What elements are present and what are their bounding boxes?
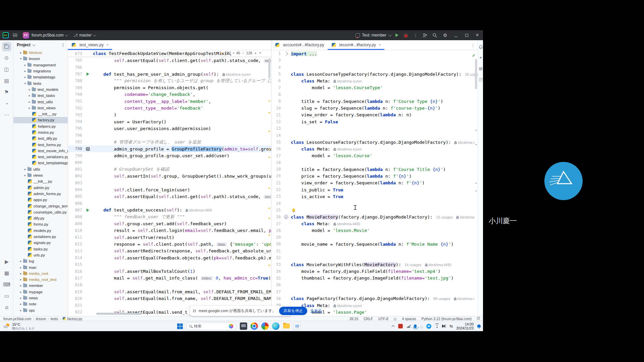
run-configuration-selector[interactable]: Test: member: [356, 33, 391, 38]
onedrive-paused-icon[interactable]: ☁: [406, 324, 411, 328]
tree-chevron-icon[interactable]: ▸: [23, 63, 27, 67]
code-line[interactable]: 9 title = factory.Sequence(lambda n: f'C…: [271, 98, 478, 105]
debug-button[interactable]: 🐞: [403, 33, 409, 38]
tree-item-test-utils[interactable]: ▸test_utils: [13, 99, 68, 105]
panel-options-icon[interactable]: ⋮: [61, 43, 65, 47]
search-icon[interactable]: [432, 33, 437, 38]
code-line[interactable]: 36: [271, 282, 478, 288]
close-icon[interactable]: ×: [106, 43, 109, 47]
code-line[interactable]: 14: [271, 132, 478, 139]
tree-chevron-icon[interactable]: ▸: [23, 75, 27, 79]
tree-item-coursetype-utils-py[interactable]: coursetype_utils.py: [13, 209, 68, 215]
tree-item--init-py[interactable]: __init__.py: [13, 178, 68, 184]
wifi-icon[interactable]: [435, 324, 439, 328]
notifications-bell-icon[interactable]: [478, 43, 483, 51]
tree-item-test-movie-info-utils-py[interactable]: test_movie_info_utils.py: [13, 148, 68, 154]
window-maximize-button[interactable]: [464, 33, 470, 38]
file-explorer-icon[interactable]: [283, 322, 290, 330]
code-line[interactable]: 819 self.assertEqual(mail.from_email, se…: [68, 288, 271, 295]
breadcrumb[interactable]: forum.pc5bai.com›lesson›tests›factory.py: [3, 317, 82, 321]
code-line[interactable]: 24: [271, 200, 478, 207]
code-line[interactable]: 809 self.group.user_set.add(self.feedbac…: [68, 220, 271, 227]
code-line[interactable]: 35 thumbnail = factory.django.ImageField…: [271, 275, 478, 282]
photos-app-icon[interactable]: [261, 322, 269, 330]
code-line[interactable]: 813 self.assertRedirects(response, self.…: [68, 248, 271, 254]
code-line[interactable]: 23 is_active = True: [271, 193, 478, 200]
code-line[interactable]: 4: [271, 64, 478, 71]
edge-app-icon[interactable]: [272, 322, 279, 330]
run-tool-icon[interactable]: ▶: [2, 257, 11, 266]
next-problem-icon[interactable]: ▼: [259, 51, 262, 55]
tab-lesson-factory[interactable]: lesson¥...¥factory.py ×: [328, 40, 384, 50]
taskbar-search-box[interactable]: 検索: [186, 322, 236, 330]
tab-accounts-factory[interactable]: accounts¥...¥factory.py: [271, 40, 328, 50]
code-line[interactable]: 792 content_type__model='feedback': [68, 105, 271, 111]
hide-button[interactable]: 非表示: [310, 308, 322, 313]
code-line[interactable]: 1import ...: [271, 50, 478, 57]
tree-chevron-icon[interactable]: ▸: [19, 278, 22, 281]
code-line[interactable]: 794 user = UserFactory(): [68, 118, 271, 125]
copilot-icon[interactable]: [229, 324, 233, 328]
code-line[interactable]: 817 mail = self.get_mail_info_class( ind…: [68, 275, 271, 282]
tree-item-opc[interactable]: ▸opc: [13, 307, 68, 313]
chrome-app-icon[interactable]: [251, 322, 258, 330]
tree-chevron-icon[interactable]: ▸: [23, 174, 27, 177]
tree-item-signals-py[interactable]: signals.py: [13, 240, 68, 246]
tree-chevron-icon[interactable]: ▸: [19, 309, 22, 312]
highlight-level-icon[interactable]: ◎: [393, 317, 396, 321]
code-line[interactable]: 17 model = 'lesson.Course': [271, 152, 478, 159]
terminal-tool-icon[interactable]: ▭: [2, 291, 11, 301]
settings-gear-icon[interactable]: ⚙: [442, 33, 448, 38]
code-line[interactable]: 801 # GroupQuerySet を確認: [68, 166, 271, 173]
code-line[interactable]: 32: [271, 254, 478, 261]
taskview-app-icon[interactable]: [240, 322, 247, 330]
tree-item-test-models[interactable]: ▸test_models: [13, 86, 68, 93]
project-panel-header[interactable]: Project ⋮: [13, 40, 68, 50]
code-line[interactable]: 812 response = self.client.post(self.pat…: [68, 241, 271, 247]
tree-chevron-icon[interactable]: ▸: [19, 296, 22, 300]
breadcrumb-item[interactable]: tests: [51, 317, 58, 321]
code-line[interactable]: 26@class MovieFactory(factory.django.Dja…: [271, 214, 478, 220]
tree-item-management[interactable]: ▸management: [13, 62, 68, 68]
mail-app-icon[interactable]: [293, 322, 301, 330]
structure-tool-icon[interactable]: ▤: [2, 76, 11, 85]
class-gutter-icon[interactable]: @: [284, 215, 288, 219]
code-line[interactable]: 788 """ permission を有しているユーザは group を管理し…: [68, 77, 271, 84]
tree-item-mypage[interactable]: ▸mypage: [13, 289, 68, 295]
tree-item-media-root-test[interactable]: ▸media_root_test: [13, 277, 68, 283]
tree-chevron-icon[interactable]: ▾: [19, 57, 22, 60]
indent-setting[interactable]: 4 spaces: [402, 317, 416, 321]
tree-item-test-serializers-py[interactable]: test_serializers.py: [13, 154, 68, 160]
tree-item-tasks-py[interactable]: tasks.py: [13, 246, 68, 252]
code-line[interactable]: 820 self.assertEqual(mail.from_name, sel…: [68, 295, 271, 302]
code-line[interactable]: 34 movie = factory.django.FileField(file…: [271, 268, 478, 275]
antenna-icon[interactable]: △: [420, 324, 423, 328]
interpreter[interactable]: Python 3.12 (forum.pc5bai.com): [422, 317, 472, 321]
code-line[interactable]: 814 self.assertEqual(Feedback.objects.ge…: [68, 254, 271, 261]
code-line[interactable]: 20 price = factory.Sequence(lambda n: f'…: [271, 173, 478, 179]
encoding[interactable]: UTF-8: [378, 317, 388, 321]
code-line[interactable]: 28 model = 'lesson.Movie': [271, 227, 478, 234]
code-line[interactable]: 21 view_order = factory.Sequence(lambda …: [271, 180, 478, 186]
tree-item-lesson[interactable]: ▾lesson: [13, 56, 68, 62]
code-line[interactable]: 802 self.assertIn(self.group, GroupQuery…: [68, 173, 271, 179]
code-line[interactable]: 33class MovieFactoryWithFiles(MovieFacto…: [271, 261, 478, 268]
code-line[interactable]: 7 model = 'lesson.CourseType': [271, 84, 478, 91]
line-ending[interactable]: CRLF: [364, 317, 373, 321]
tree-item-member[interactable]: ▸member: [13, 283, 68, 289]
tab-test-views[interactable]: test_views.py ×: [68, 40, 112, 50]
tree-item-urls-py[interactable]: urls.py: [13, 252, 68, 258]
code-line[interactable]: 29: [271, 234, 478, 241]
code-line[interactable]: 38class PageFactory(factory.django.Djang…: [271, 295, 478, 302]
code-line[interactable]: 818: [68, 282, 271, 288]
ai-gutter-icon[interactable]: [86, 147, 90, 151]
more-actions-icon[interactable]: ⋮: [413, 33, 418, 38]
tree-chevron-icon[interactable]: ▸: [19, 272, 22, 275]
code-line[interactable]: 800: [68, 159, 271, 166]
no-problems-check-icon[interactable]: ✓: [472, 53, 476, 58]
code-line[interactable]: 805 self.assertEqual(self.client.get(sel…: [68, 193, 271, 200]
tree-item-test-tasks[interactable]: ▸test_tasks: [13, 93, 68, 99]
tray-app-icon-red[interactable]: [398, 324, 403, 328]
code-line[interactable]: 790 codename='change_feedback',: [68, 91, 271, 98]
tree-item-test-dify-py[interactable]: test_dify.py: [13, 135, 68, 141]
